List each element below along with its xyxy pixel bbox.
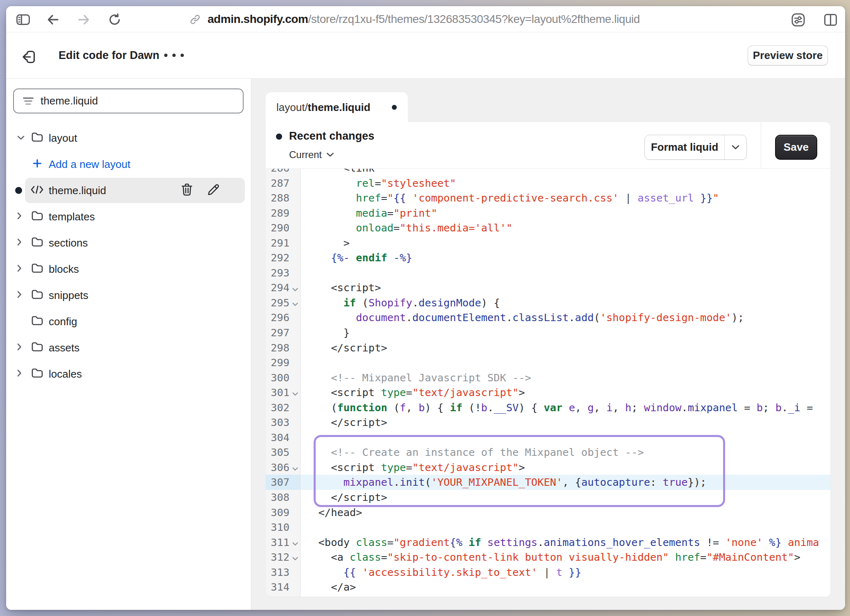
sidebar-toggle-icon[interactable]: [16, 14, 30, 25]
code-line-295[interactable]: if (Shopify.designMode) {: [301, 295, 830, 310]
link-icon: [190, 14, 201, 25]
line-number: 299: [266, 355, 300, 370]
format-liquid-button[interactable]: Format liquid: [644, 135, 747, 160]
sidebar-item-label: blocks: [49, 263, 79, 276]
code-line-309[interactable]: </head>: [301, 505, 830, 520]
fold-chevron-icon[interactable]: [292, 467, 298, 471]
reload-icon[interactable]: [109, 14, 121, 26]
file-search-box: [13, 88, 244, 113]
sidebar-item-add-a-new-layout[interactable]: Add a new layout: [6, 151, 251, 177]
sidebar-item-templates[interactable]: templates: [6, 204, 251, 230]
code-line-313[interactable]: {{ 'accessibility.skip_to_text' | t }}: [301, 565, 830, 580]
line-number: 309: [266, 505, 300, 520]
line-number-gutter: 2862872882892902912922932942952962972982…: [266, 169, 301, 597]
exit-icon[interactable]: [22, 50, 36, 64]
line-number: 312: [266, 550, 300, 565]
code-line-291[interactable]: >: [301, 236, 830, 251]
plus-icon: [33, 159, 41, 168]
version-dropdown[interactable]: Current: [289, 149, 334, 161]
code-line-300[interactable]: <!-- Mixpanel Javascript SDK -->: [301, 370, 830, 385]
code-line-306[interactable]: <script type="text/javascript">: [301, 460, 830, 475]
file-tree: layoutAdd a new layouttheme.liquidtempla…: [6, 125, 251, 387]
tab-unsaved-dot: [392, 105, 397, 110]
delete-icon[interactable]: [181, 183, 192, 196]
chevron-down-icon: [17, 136, 25, 140]
fold-chevron-icon[interactable]: [292, 288, 298, 291]
forward-icon[interactable]: [78, 14, 90, 25]
sidebar-item-theme-liquid[interactable]: theme.liquid: [6, 177, 251, 204]
fold-chevron-icon[interactable]: [292, 392, 298, 396]
code-line-298[interactable]: </script>: [301, 340, 830, 356]
line-number: 310: [266, 520, 300, 535]
tab-theme-liquid[interactable]: layout/theme.liquid: [266, 92, 408, 122]
code-line-310[interactable]: [301, 520, 830, 535]
fold-chevron-icon[interactable]: [292, 303, 298, 306]
sidebar-item-assets[interactable]: assets: [6, 335, 251, 361]
sidebar-item-config[interactable]: config: [6, 308, 251, 335]
code-line-301[interactable]: <script type="text/javascript">: [301, 385, 830, 400]
sidebar-item-locales[interactable]: locales: [6, 361, 251, 387]
line-number: 303: [266, 415, 300, 430]
preview-store-button[interactable]: Preview store: [748, 45, 828, 66]
page-settings-icon[interactable]: [791, 13, 805, 27]
url-text[interactable]: admin.shopify.com/store/rzq1xu-f5/themes…: [208, 13, 640, 26]
split-view-icon[interactable]: [824, 14, 837, 26]
code-line-290[interactable]: onload="this.media='all'": [301, 220, 830, 236]
fold-chevron-icon[interactable]: [292, 542, 298, 546]
search-input[interactable]: [41, 95, 239, 107]
chevron-right-icon: [17, 212, 22, 220]
code-editor[interactable]: 2862872882892902912922932942952962972982…: [266, 169, 830, 597]
code-line-299[interactable]: [301, 355, 830, 370]
chevron-right-icon: [17, 343, 22, 351]
code-line-303[interactable]: </script>: [301, 415, 830, 430]
code-line-297[interactable]: }: [301, 325, 830, 340]
code-line-312[interactable]: <a class="skip-to-content-link button vi…: [301, 550, 830, 565]
fold-chevron-icon[interactable]: [292, 557, 298, 561]
code-line-293[interactable]: [301, 265, 830, 281]
code-line-311[interactable]: <body class="gradient{% if settings.anim…: [301, 535, 830, 550]
sidebar-item-label: layout: [49, 132, 77, 145]
recent-changes-title: Recent changes: [289, 130, 374, 143]
code-line-304[interactable]: [301, 430, 830, 445]
chevron-right-icon: [17, 238, 22, 246]
format-liquid-label: Format liquid: [645, 135, 724, 159]
folder-icon: [32, 264, 43, 273]
line-number: 296: [266, 310, 300, 325]
sidebar-item-sections[interactable]: sections: [6, 230, 251, 256]
line-number: 306: [266, 460, 300, 475]
back-icon[interactable]: [47, 14, 59, 25]
line-number: 290: [266, 220, 300, 236]
code-line-314[interactable]: </a>: [301, 580, 830, 595]
line-number: 311: [266, 535, 300, 550]
code-line-296[interactable]: document.documentElement.classList.add('…: [301, 310, 830, 325]
chevron-down-icon: [732, 145, 739, 149]
code-line-286[interactable]: <link: [301, 169, 830, 176]
toolbar-divider: [761, 122, 761, 168]
sidebar-item-blocks[interactable]: blocks: [6, 256, 251, 282]
code-line-288[interactable]: href="{{ 'component-predictive-search.cs…: [301, 190, 830, 206]
code-column[interactable]: <link rel="stylesheet" href="{{ 'compone…: [301, 169, 830, 597]
code-line-287[interactable]: rel="stylesheet": [301, 176, 830, 191]
recent-changes-dot: [276, 134, 282, 140]
code-line-294[interactable]: <script>: [301, 280, 830, 295]
folder-icon: [32, 211, 43, 221]
code-line-308[interactable]: </script>: [301, 490, 830, 505]
format-options-button[interactable]: [724, 135, 746, 159]
app-header: Edit code for Dawn Preview store: [6, 32, 845, 79]
editor-toolbar: Recent changes Current Format liquid Sav…: [266, 122, 830, 169]
sidebar-item-snippets[interactable]: snippets: [6, 282, 251, 308]
save-button[interactable]: Save: [775, 135, 817, 160]
sidebar-item-layout[interactable]: layout: [6, 125, 251, 151]
editor-panel: Recent changes Current Format liquid Sav…: [266, 122, 830, 597]
code-line-307[interactable]: mixpanel.init('YOUR_MIXPANEL_TOKEN', {au…: [301, 475, 830, 490]
code-line-305[interactable]: <!-- Create an instance of the Mixpanel …: [301, 445, 830, 460]
code-line-292[interactable]: {%- endif -%}: [301, 250, 830, 265]
rename-icon[interactable]: [208, 184, 219, 196]
code-line-302[interactable]: (function (f, b) { if (!b.__SV) { var e,…: [301, 400, 830, 415]
unsaved-dot: [15, 187, 22, 194]
code-line-289[interactable]: media="print": [301, 206, 830, 221]
sidebar-item-label: theme.liquid: [49, 184, 106, 197]
more-actions-button[interactable]: [164, 32, 184, 78]
line-number: 289: [266, 206, 300, 221]
line-number: 307: [266, 475, 300, 490]
